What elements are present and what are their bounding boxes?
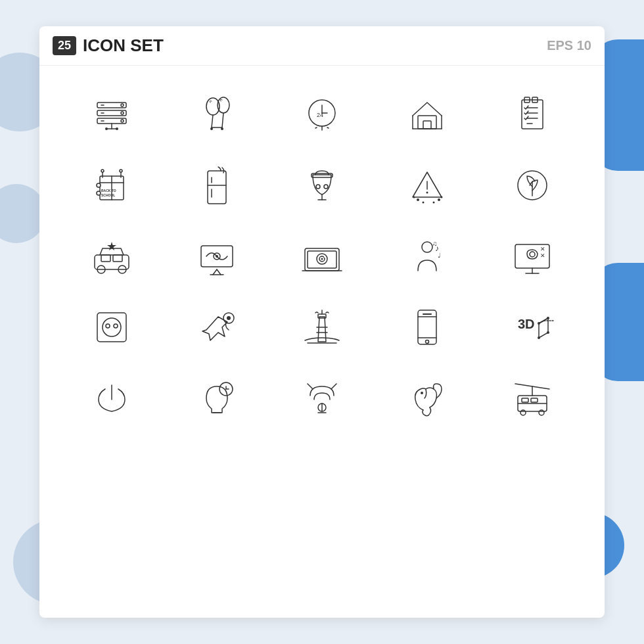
svg-point-54 [316,185,320,189]
toilet-icon [298,162,346,209]
music-person-icon-cell: ♪ ♩ ♫ [375,221,480,292]
plane-location-icon-cell [164,292,269,363]
page-title: ICON SET [83,35,164,56]
svg-point-82 [422,242,432,252]
svg-point-61 [438,198,440,201]
header: 25 ICON SET EPS 10 [39,26,605,66]
taxi-star-icon-cell [59,221,164,292]
svg-rect-128 [522,398,528,402]
network-switch-icon-cell [59,79,164,150]
svg-point-115 [538,336,540,339]
svg-point-94 [106,324,110,328]
head-clock-icon [193,375,241,422]
taxi-star-icon [88,233,135,280]
svg-point-57 [426,192,428,194]
tv-eye-icon [193,233,241,280]
svg-point-114 [547,331,549,334]
svg-text:✕: ✕ [540,246,545,252]
satellite-icon-cell [269,363,375,434]
laptop-cam-icon [298,233,346,280]
power-icon-cell [59,363,164,434]
svg-line-15 [212,115,213,127]
svg-point-125 [421,392,423,394]
svg-text:✕: ✕ [540,252,545,259]
svg-rect-51 [311,173,333,177]
checklist-icon-cell [480,79,585,150]
svg-point-12 [116,127,118,130]
plane-location-icon [193,304,241,351]
svg-point-80 [321,258,323,260]
svg-point-59 [423,202,425,204]
squirrel-icon-cell [375,363,480,434]
svg-text:SCHOOL: SCHOOL [101,193,115,197]
balloons-icon [193,91,241,138]
svg-point-60 [433,202,435,204]
svg-point-62 [413,196,415,198]
svg-point-97 [227,316,231,320]
svg-rect-47 [208,171,226,204]
svg-rect-29 [522,100,543,129]
svg-rect-129 [531,398,538,402]
svg-point-81 [324,256,325,258]
warning-icon-cell [375,150,480,221]
satellite-icon [298,375,346,422]
svg-point-130 [520,410,526,415]
svg-point-8 [121,120,124,122]
24-hours-icon: 24 [298,91,346,138]
badge-number: 25 [53,36,76,55]
svg-rect-28 [423,121,431,129]
balloons-icon-cell [164,79,269,150]
svg-text:♫: ♫ [432,240,438,247]
main-card: 25 ICON SET EPS 10 [39,26,605,618]
svg-point-55 [324,185,328,189]
svg-point-95 [114,324,118,328]
socket-icon [88,304,135,351]
socket-icon-cell [59,292,164,363]
svg-point-131 [539,410,544,415]
svg-rect-27 [418,116,436,129]
svg-point-19 [221,127,223,130]
checklist-icon [509,91,556,138]
svg-point-7 [121,112,124,114]
svg-point-63 [441,196,443,198]
svg-text:3D: 3D [518,317,535,331]
svg-point-18 [210,127,213,130]
nature-circle-icon-cell [480,150,585,221]
tv-eye-icon-cell [164,221,269,292]
svg-point-93 [103,318,121,336]
monitor-egg-icon-cell: ✕ ✕ [480,221,585,292]
svg-rect-92 [97,313,126,342]
back-to-school-icon: BACK TO SCHOOL [88,162,135,209]
svg-point-58 [417,198,419,201]
smart-fridge-icon-cell [164,150,269,221]
smart-fridge-icon [193,162,241,209]
monitor-egg-icon: ✕ ✕ [509,233,556,280]
svg-point-89 [530,252,535,257]
svg-rect-101 [418,310,436,344]
music-person-icon: ♪ ♩ ♫ [403,233,451,280]
svg-point-11 [105,127,108,130]
svg-marker-70 [107,242,116,250]
svg-point-45 [97,183,101,187]
svg-text:BACK TO: BACK TO [101,189,116,193]
svg-rect-69 [113,255,122,262]
mobile-icon [403,304,451,351]
power-icon [88,375,135,422]
svg-rect-65 [95,255,129,269]
svg-line-23 [327,127,329,128]
header-left: 25 ICON SET [53,35,164,56]
svg-line-16 [222,113,223,127]
lighthouse-icon [298,304,346,351]
svg-point-43 [101,170,104,172]
svg-text:♩: ♩ [438,252,441,259]
head-clock-icon-cell [164,363,269,434]
svg-point-46 [97,191,101,195]
svg-point-104 [426,340,429,344]
home-chat-icon-cell [375,79,480,150]
svg-point-113 [547,317,549,319]
eps-label: EPS 10 [547,38,591,53]
home-chat-icon [403,91,451,138]
back-to-school-icon-cell: BACK TO SCHOOL [59,150,164,221]
tram-icon-cell [480,363,585,434]
24-hours-icon-cell: 24 [269,79,375,150]
